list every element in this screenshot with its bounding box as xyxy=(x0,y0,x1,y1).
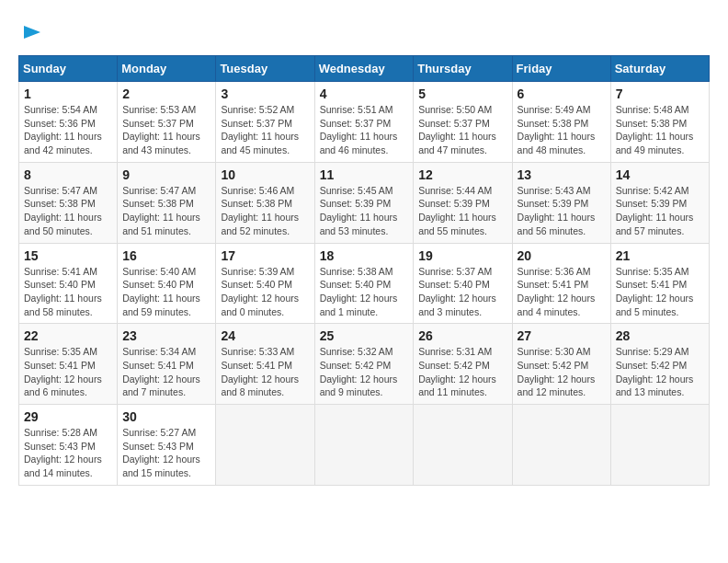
day-number: 1 xyxy=(24,86,112,101)
calendar-day-cell: 19 Sunrise: 5:37 AM Sunset: 5:40 PM Dayl… xyxy=(414,243,512,324)
calendar-day-cell: 21 Sunrise: 5:35 AM Sunset: 5:41 PM Dayl… xyxy=(610,243,709,324)
day-detail: Sunrise: 5:46 AM Sunset: 5:38 PM Dayligh… xyxy=(221,184,309,238)
day-detail: Sunrise: 5:28 AM Sunset: 5:43 PM Dayligh… xyxy=(24,426,112,480)
calendar-day-cell: 9 Sunrise: 5:47 AM Sunset: 5:38 PM Dayli… xyxy=(118,162,216,243)
day-number: 26 xyxy=(418,328,506,343)
day-detail: Sunrise: 5:30 AM Sunset: 5:42 PM Dayligh… xyxy=(518,345,606,399)
day-detail: Sunrise: 5:47 AM Sunset: 5:38 PM Dayligh… xyxy=(24,184,112,238)
day-number: 17 xyxy=(221,248,309,263)
calendar-week-row: 1 Sunrise: 5:54 AM Sunset: 5:36 PM Dayli… xyxy=(19,82,710,163)
weekday-header-friday: Friday xyxy=(512,56,610,82)
calendar-day-cell xyxy=(216,405,314,486)
calendar-day-cell xyxy=(512,405,610,486)
day-number: 8 xyxy=(24,167,112,182)
calendar-header-row: SundayMondayTuesdayWednesdayThursdayFrid… xyxy=(19,56,710,82)
day-detail: Sunrise: 5:36 AM Sunset: 5:41 PM Dayligh… xyxy=(518,265,606,319)
day-detail: Sunrise: 5:39 AM Sunset: 5:40 PM Dayligh… xyxy=(221,265,309,319)
day-number: 2 xyxy=(122,86,210,101)
day-detail: Sunrise: 5:43 AM Sunset: 5:39 PM Dayligh… xyxy=(518,184,606,238)
calendar-day-cell: 23 Sunrise: 5:34 AM Sunset: 5:41 PM Dayl… xyxy=(118,324,216,405)
day-number: 25 xyxy=(320,328,409,343)
page-header xyxy=(18,18,710,46)
day-number: 9 xyxy=(122,167,210,182)
calendar-day-cell: 1 Sunrise: 5:54 AM Sunset: 5:36 PM Dayli… xyxy=(19,82,118,163)
day-number: 12 xyxy=(418,167,506,182)
day-detail: Sunrise: 5:42 AM Sunset: 5:39 PM Dayligh… xyxy=(616,184,704,238)
day-number: 30 xyxy=(122,409,210,424)
day-detail: Sunrise: 5:35 AM Sunset: 5:41 PM Dayligh… xyxy=(616,265,704,319)
calendar-day-cell: 22 Sunrise: 5:35 AM Sunset: 5:41 PM Dayl… xyxy=(19,324,118,405)
calendar-day-cell: 26 Sunrise: 5:31 AM Sunset: 5:42 PM Dayl… xyxy=(414,324,512,405)
day-number: 24 xyxy=(221,328,309,343)
day-detail: Sunrise: 5:51 AM Sunset: 5:37 PM Dayligh… xyxy=(320,103,409,157)
day-number: 11 xyxy=(320,167,409,182)
day-number: 21 xyxy=(616,248,704,263)
day-number: 3 xyxy=(221,86,309,101)
day-number: 20 xyxy=(518,248,606,263)
day-number: 16 xyxy=(122,248,210,263)
day-number: 23 xyxy=(122,328,210,343)
weekday-header-tuesday: Tuesday xyxy=(216,56,314,82)
day-number: 15 xyxy=(24,248,112,263)
day-number: 22 xyxy=(24,328,112,343)
day-detail: Sunrise: 5:38 AM Sunset: 5:40 PM Dayligh… xyxy=(320,265,409,319)
calendar-week-row: 29 Sunrise: 5:28 AM Sunset: 5:43 PM Dayl… xyxy=(19,405,710,486)
calendar-day-cell: 30 Sunrise: 5:27 AM Sunset: 5:43 PM Dayl… xyxy=(118,405,216,486)
calendar-day-cell: 3 Sunrise: 5:52 AM Sunset: 5:37 PM Dayli… xyxy=(216,82,314,163)
day-detail: Sunrise: 5:35 AM Sunset: 5:41 PM Dayligh… xyxy=(24,345,112,399)
weekday-header-wednesday: Wednesday xyxy=(314,56,414,82)
day-number: 18 xyxy=(320,248,409,263)
day-number: 4 xyxy=(320,86,409,101)
calendar-body: 1 Sunrise: 5:54 AM Sunset: 5:36 PM Dayli… xyxy=(19,82,710,486)
day-detail: Sunrise: 5:49 AM Sunset: 5:38 PM Dayligh… xyxy=(518,103,606,157)
calendar-day-cell: 27 Sunrise: 5:30 AM Sunset: 5:42 PM Dayl… xyxy=(512,324,610,405)
day-number: 5 xyxy=(418,86,506,101)
calendar-week-row: 8 Sunrise: 5:47 AM Sunset: 5:38 PM Dayli… xyxy=(19,162,710,243)
day-number: 29 xyxy=(24,409,112,424)
calendar-day-cell: 24 Sunrise: 5:33 AM Sunset: 5:41 PM Dayl… xyxy=(216,324,314,405)
day-detail: Sunrise: 5:44 AM Sunset: 5:39 PM Dayligh… xyxy=(418,184,506,238)
svg-marker-0 xyxy=(24,26,40,39)
day-detail: Sunrise: 5:33 AM Sunset: 5:41 PM Dayligh… xyxy=(221,345,309,399)
day-detail: Sunrise: 5:52 AM Sunset: 5:37 PM Dayligh… xyxy=(221,103,309,157)
day-number: 10 xyxy=(221,167,309,182)
day-detail: Sunrise: 5:29 AM Sunset: 5:42 PM Dayligh… xyxy=(616,345,704,399)
day-detail: Sunrise: 5:32 AM Sunset: 5:42 PM Dayligh… xyxy=(320,345,409,399)
day-detail: Sunrise: 5:27 AM Sunset: 5:43 PM Dayligh… xyxy=(122,426,210,480)
calendar-day-cell xyxy=(414,405,512,486)
calendar-day-cell: 13 Sunrise: 5:43 AM Sunset: 5:39 PM Dayl… xyxy=(512,162,610,243)
calendar-day-cell: 15 Sunrise: 5:41 AM Sunset: 5:40 PM Dayl… xyxy=(19,243,118,324)
calendar-day-cell: 8 Sunrise: 5:47 AM Sunset: 5:38 PM Dayli… xyxy=(19,162,118,243)
day-number: 7 xyxy=(616,86,704,101)
calendar-week-row: 22 Sunrise: 5:35 AM Sunset: 5:41 PM Dayl… xyxy=(19,324,710,405)
day-detail: Sunrise: 5:48 AM Sunset: 5:38 PM Dayligh… xyxy=(616,103,704,157)
day-number: 14 xyxy=(616,167,704,182)
calendar-day-cell: 18 Sunrise: 5:38 AM Sunset: 5:40 PM Dayl… xyxy=(314,243,414,324)
day-detail: Sunrise: 5:53 AM Sunset: 5:37 PM Dayligh… xyxy=(122,103,210,157)
calendar-day-cell: 28 Sunrise: 5:29 AM Sunset: 5:42 PM Dayl… xyxy=(610,324,709,405)
calendar-day-cell: 14 Sunrise: 5:42 AM Sunset: 5:39 PM Dayl… xyxy=(610,162,709,243)
day-number: 6 xyxy=(518,86,606,101)
calendar-table: SundayMondayTuesdayWednesdayThursdayFrid… xyxy=(18,55,710,486)
day-detail: Sunrise: 5:54 AM Sunset: 5:36 PM Dayligh… xyxy=(24,103,112,157)
calendar-day-cell: 17 Sunrise: 5:39 AM Sunset: 5:40 PM Dayl… xyxy=(216,243,314,324)
logo xyxy=(18,18,42,46)
calendar-day-cell: 29 Sunrise: 5:28 AM Sunset: 5:43 PM Dayl… xyxy=(19,405,118,486)
weekday-header-monday: Monday xyxy=(118,56,216,82)
day-number: 27 xyxy=(518,328,606,343)
calendar-day-cell xyxy=(314,405,414,486)
weekday-header-thursday: Thursday xyxy=(414,56,512,82)
calendar-day-cell: 16 Sunrise: 5:40 AM Sunset: 5:40 PM Dayl… xyxy=(118,243,216,324)
calendar-day-cell: 5 Sunrise: 5:50 AM Sunset: 5:37 PM Dayli… xyxy=(414,82,512,163)
day-detail: Sunrise: 5:47 AM Sunset: 5:38 PM Dayligh… xyxy=(122,184,210,238)
calendar-day-cell: 4 Sunrise: 5:51 AM Sunset: 5:37 PM Dayli… xyxy=(314,82,414,163)
calendar-day-cell xyxy=(610,405,709,486)
day-detail: Sunrise: 5:34 AM Sunset: 5:41 PM Dayligh… xyxy=(122,345,210,399)
day-detail: Sunrise: 5:45 AM Sunset: 5:39 PM Dayligh… xyxy=(320,184,409,238)
weekday-header-saturday: Saturday xyxy=(610,56,709,82)
calendar-day-cell: 10 Sunrise: 5:46 AM Sunset: 5:38 PM Dayl… xyxy=(216,162,314,243)
calendar-day-cell: 7 Sunrise: 5:48 AM Sunset: 5:38 PM Dayli… xyxy=(610,82,709,163)
calendar-day-cell: 11 Sunrise: 5:45 AM Sunset: 5:39 PM Dayl… xyxy=(314,162,414,243)
calendar-day-cell: 6 Sunrise: 5:49 AM Sunset: 5:38 PM Dayli… xyxy=(512,82,610,163)
day-detail: Sunrise: 5:41 AM Sunset: 5:40 PM Dayligh… xyxy=(24,265,112,319)
